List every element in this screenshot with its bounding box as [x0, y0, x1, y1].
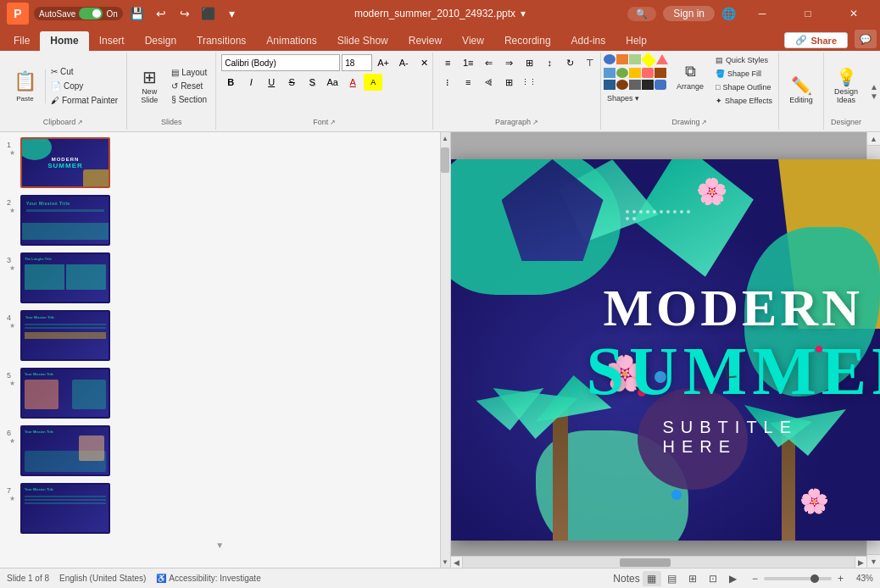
undo-button[interactable]: ↩: [152, 4, 170, 23]
notes-button[interactable]: Notes: [617, 571, 636, 586]
tab-transitions[interactable]: Transitions: [187, 31, 256, 51]
decrease-font-button[interactable]: A-: [394, 54, 413, 71]
shape-rect[interactable]: [616, 54, 628, 64]
zoom-out-button[interactable]: −: [749, 573, 760, 585]
share-button[interactable]: 🔗 Share: [784, 32, 848, 48]
slide-item-3[interactable]: 3 ★ The Longhe Title: [5, 251, 435, 305]
arrange-button[interactable]: ⧉ Arrange: [671, 54, 709, 98]
slide-thumb-4[interactable]: Your Mission Title: [20, 310, 110, 361]
minimize-button[interactable]: ─: [743, 0, 782, 27]
underline-button[interactable]: U: [262, 74, 281, 91]
tab-animations[interactable]: Animations: [256, 31, 326, 51]
bold-button[interactable]: B: [221, 74, 240, 91]
design-ideas-button[interactable]: 💡 Design Ideas: [829, 62, 863, 111]
format-painter-button[interactable]: 🖌 Format Painter: [47, 94, 121, 107]
align-right-button[interactable]: ⫷: [479, 74, 498, 91]
new-slide-button[interactable]: ⊞ New Slide: [132, 62, 166, 111]
cut-button[interactable]: ✂ Cut: [47, 65, 121, 78]
ribbon-icon[interactable]: 🌐: [721, 7, 736, 20]
comment-button[interactable]: 💬: [855, 30, 877, 48]
tab-addins[interactable]: Add-ins: [561, 31, 616, 51]
clear-format-button[interactable]: ✕: [415, 54, 433, 71]
italic-button[interactable]: I: [242, 74, 260, 91]
slide-item-2[interactable]: 2 ★ Your Mission Title: [5, 193, 435, 247]
shapes-dropdown[interactable]: Shapes ▾: [604, 92, 668, 104]
dropdown-icon[interactable]: ▾: [521, 8, 526, 19]
text-direction-button[interactable]: ↻: [560, 54, 579, 71]
slide-panel-scroll-down[interactable]: ▼: [5, 539, 435, 552]
tab-file[interactable]: File: [3, 31, 40, 51]
tab-slideshow[interactable]: Slide Show: [327, 31, 398, 51]
strikethrough-button[interactable]: S: [282, 74, 301, 91]
align-text-button[interactable]: ⊤: [581, 54, 599, 71]
shape-circle3[interactable]: [616, 80, 628, 90]
font-name-input[interactable]: [221, 54, 340, 71]
restore-button[interactable]: □: [788, 0, 827, 27]
bullets-button[interactable]: ≡: [438, 54, 457, 71]
paragraph-expand-icon[interactable]: ↗: [532, 119, 538, 126]
columns-button[interactable]: ⊞: [520, 54, 538, 71]
slide-item-4[interactable]: 4 ★ Your Mission Title: [5, 308, 435, 363]
canvas-scroll-up[interactable]: ▲: [867, 132, 880, 146]
autosave-badge[interactable]: AutoSave On: [34, 7, 123, 20]
clipboard-expand-icon[interactable]: ↗: [77, 119, 83, 126]
customize-button[interactable]: ▾: [223, 4, 242, 23]
reset-button[interactable]: ↺ Reset: [168, 80, 210, 92]
save-button[interactable]: 💾: [128, 4, 147, 23]
justify-button[interactable]: ⊞: [499, 74, 518, 91]
slide-scroll-thumb[interactable]: [441, 147, 449, 173]
shape-pill[interactable]: [654, 80, 666, 90]
zoom-level[interactable]: 43%: [849, 574, 873, 583]
canvas-scroll-down[interactable]: ▼: [867, 554, 880, 568]
align-left-button[interactable]: ⫶: [438, 74, 457, 91]
shape-rect3[interactable]: [629, 68, 641, 78]
shape-triangle[interactable]: [656, 54, 668, 64]
shape-circle2[interactable]: [616, 68, 628, 78]
tab-view[interactable]: View: [452, 31, 494, 51]
change-case-button[interactable]: Aa: [323, 74, 342, 91]
slide-thumb-6[interactable]: Your Mission Title: [20, 425, 110, 476]
slide-thumb-3[interactable]: The Longhe Title: [20, 252, 110, 303]
slide-scroll-up-arrow[interactable]: ▲: [440, 132, 450, 144]
search-box[interactable]: 🔍: [627, 7, 656, 21]
slide-scroll-down-arrow[interactable]: ▼: [440, 556, 450, 568]
ribbon-scroll-up[interactable]: ▲ ▼: [868, 53, 880, 130]
paste-button[interactable]: 📋 Paste: [5, 69, 46, 103]
shape-rect6[interactable]: [604, 80, 615, 90]
slide-item-7[interactable]: 7 ★ Your Mission Title: [5, 481, 435, 535]
editing-button[interactable]: ✏️ Editing: [784, 66, 818, 115]
tab-review[interactable]: Review: [398, 31, 452, 51]
highlight-button[interactable]: A: [364, 74, 382, 91]
slide-item-5[interactable]: 5 ★ Your Mission Title: [5, 366, 435, 420]
slide-thumb-7[interactable]: Your Mission Title: [20, 483, 110, 534]
shape-rounded[interactable]: [629, 54, 641, 64]
normal-view-button[interactable]: ▦: [643, 571, 661, 586]
outline-view-button[interactable]: ▤: [663, 571, 682, 586]
shape-rect7[interactable]: [629, 80, 641, 90]
shape-rect4[interactable]: [642, 68, 654, 78]
section-button[interactable]: § Section: [168, 93, 210, 106]
slide-thumb-1[interactable]: MODERN SUMMER: [20, 137, 110, 188]
shape-outline-button[interactable]: □ Shape Outline: [712, 81, 776, 93]
copy-button[interactable]: 📄 Copy: [47, 80, 121, 92]
autosave-toggle[interactable]: [79, 8, 103, 19]
slide-item-6[interactable]: 6 ★ Your Mission Title: [5, 424, 435, 478]
tab-design[interactable]: Design: [135, 31, 187, 51]
tab-help[interactable]: Help: [615, 31, 657, 51]
close-button[interactable]: ✕: [834, 0, 873, 27]
shape-fill-button[interactable]: 🪣 Shape Fill: [712, 68, 776, 80]
slide-sorter-button[interactable]: ⊞: [683, 571, 702, 586]
font-size-input[interactable]: [342, 54, 372, 71]
zoom-slider[interactable]: [764, 577, 832, 580]
slide-thumb-2[interactable]: Your Mission Title: [20, 195, 110, 246]
signin-button[interactable]: Sign in: [663, 6, 715, 21]
slideshow-button[interactable]: ▶: [724, 571, 743, 586]
shape-circle[interactable]: [604, 54, 615, 64]
font-expand-icon[interactable]: ↗: [330, 119, 336, 126]
shadow-button[interactable]: S: [303, 74, 321, 91]
layout-button[interactable]: ▤ Layout: [168, 66, 210, 79]
shape-rect5[interactable]: [654, 68, 666, 78]
redo-button[interactable]: ↪: [175, 4, 194, 23]
drawing-expand-icon[interactable]: ↗: [701, 119, 707, 126]
tab-insert[interactable]: Insert: [89, 31, 135, 51]
